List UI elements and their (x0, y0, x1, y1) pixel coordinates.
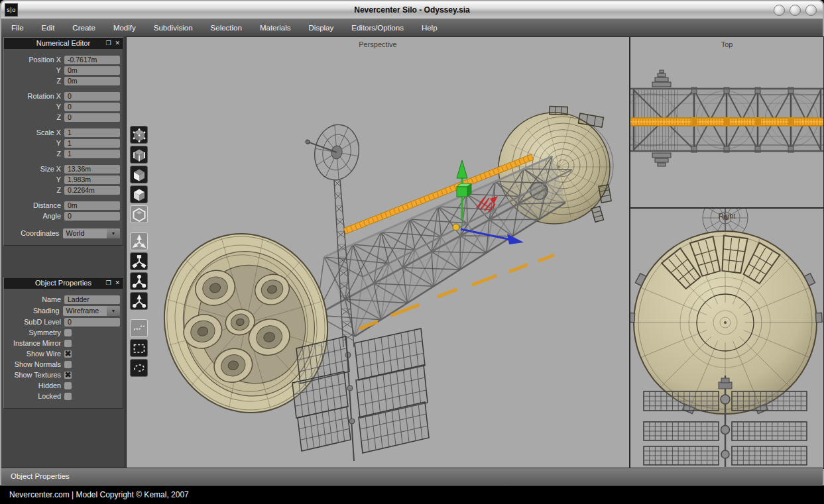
menu-item-file[interactable]: File (11, 24, 24, 32)
lasso-select-icon (132, 361, 147, 376)
field-label-z: Z (5, 113, 64, 121)
field-input-z[interactable]: 0.2264m (64, 186, 120, 195)
field-label-y: Y (5, 139, 64, 147)
app-window: s|o Nevercenter Silo - Odyssey.sia FileE… (0, 0, 824, 485)
subd-level-field[interactable]: 0 (64, 318, 120, 327)
checkbox-symmetry[interactable] (64, 329, 72, 336)
menu-item-materials[interactable]: Materials (260, 24, 291, 32)
marquee-select-icon (132, 341, 147, 356)
marquee-select-button[interactable] (130, 339, 148, 357)
field-input-angle[interactable]: 0 (64, 212, 120, 221)
field-input-y[interactable]: 1.983m (64, 176, 120, 184)
scale-tool-icon (132, 274, 147, 289)
vertex-mode-icon (132, 128, 147, 142)
object-properties-close-button[interactable]: ✕ (115, 277, 120, 289)
checkbox-show-normals[interactable] (64, 361, 72, 368)
universal-tool-button[interactable] (130, 292, 148, 310)
menu-item-subdivision[interactable]: Subdivision (154, 24, 193, 32)
viewport-right[interactable]: Right (630, 208, 824, 469)
checkbox-label-show-wire: Show Wire (5, 350, 64, 358)
menu-item-selection[interactable]: Selection (211, 24, 242, 32)
coordinates-value: World (66, 229, 85, 237)
face-mode-button[interactable] (130, 166, 148, 183)
menu-bar: FileEditCreateModifySubdivisionSelection… (1, 19, 823, 37)
main-content: Numerical Editor ❒ ✕ Position X-0.7617mY… (1, 36, 823, 468)
checkbox-label-locked: Locked (5, 392, 64, 400)
field-label-scale-x: Scale X (5, 128, 64, 136)
field-label-y: Y (5, 66, 64, 74)
field-label-z: Z (5, 77, 64, 85)
edge-mode-button[interactable] (130, 146, 148, 164)
vertex-mode-button[interactable] (130, 126, 148, 144)
menu-item-editors-options[interactable]: Editors/Options (351, 24, 404, 32)
field-input-scale-x[interactable]: 1 (64, 128, 120, 137)
multi-mode-icon (132, 187, 147, 202)
subd-level-label: SubD Level (5, 318, 64, 326)
coordinates-dropdown[interactable]: World ▼ (63, 228, 121, 238)
window-button-maximize[interactable] (790, 5, 801, 16)
menu-item-modify[interactable]: Modify (113, 24, 136, 32)
window-button-close[interactable] (805, 5, 817, 16)
object-mode-button[interactable] (130, 205, 148, 223)
multi-mode-button[interactable] (130, 185, 148, 203)
checkbox-label-show-textures: Show Textures (5, 371, 64, 379)
name-label: Name (5, 295, 64, 303)
field-input-y[interactable]: 1 (64, 139, 120, 148)
menu-item-help[interactable]: Help (422, 24, 438, 32)
field-input-z[interactable]: 0m (64, 77, 120, 85)
numerical-editor-minimize-button[interactable]: ❒ (105, 38, 111, 49)
object-properties-minimize-button[interactable]: ❒ (105, 277, 111, 289)
window-title: Nevercenter Silo - Odyssey.sia (1, 5, 823, 15)
menu-item-create[interactable]: Create (72, 24, 95, 32)
field-input-position-x[interactable]: -0.7617m (64, 56, 120, 64)
checkbox-show-textures[interactable]: ✖ (64, 372, 72, 379)
bottom-info-text: Nevercenter.com | Model Copyright © Kema… (9, 490, 189, 499)
viewport-top[interactable]: Top (630, 36, 824, 208)
bottom-info-bar: Nevercenter.com | Model Copyright © Kema… (0, 485, 824, 504)
checkbox-hidden[interactable] (64, 382, 72, 389)
menu-item-edit[interactable]: Edit (42, 24, 55, 32)
move-tool-button[interactable] (130, 232, 148, 250)
numerical-editor-titlebar: Numerical Editor ❒ ✕ (4, 38, 123, 49)
checkbox-label-show-normals: Show Normals (5, 360, 64, 368)
checkbox-instance-mirror[interactable] (64, 340, 72, 347)
universal-tool-icon (132, 294, 147, 309)
checkbox-label-symmetry: Symmetry (5, 328, 64, 336)
move-tool-icon (132, 234, 147, 249)
checkbox-locked[interactable] (64, 393, 72, 400)
checkbox-label-hidden: Hidden (5, 381, 64, 389)
field-label-position-x: Position X (5, 56, 64, 64)
field-label-y: Y (5, 176, 64, 183)
viewport-tools (130, 126, 148, 386)
checkbox-rows: SymmetryInstance MirrorShow Wire✖Show No… (5, 327, 120, 401)
window-button-minimize[interactable] (774, 5, 785, 16)
checkbox-show-wire[interactable]: ✖ (64, 350, 72, 358)
field-input-distance[interactable]: 0m (64, 201, 120, 210)
field-input-z[interactable]: 1 (64, 150, 120, 158)
name-field[interactable]: Ladder (64, 295, 120, 304)
field-input-size-x[interactable]: 13.36m (64, 165, 120, 174)
field-input-rotation-x[interactable]: 0 (64, 92, 120, 101)
shading-dropdown[interactable]: Wireframe ▼ (63, 306, 121, 316)
field-label-angle: Angle (5, 212, 64, 220)
rotate-tool-button[interactable] (130, 252, 148, 270)
field-label-size-x: Size X (5, 165, 64, 173)
menu-item-display[interactable]: Display (309, 24, 334, 32)
rotate-tool-icon (132, 254, 147, 269)
lasso-select-button[interactable] (130, 359, 148, 377)
field-label-y: Y (5, 103, 64, 111)
numerical-editor-close-button[interactable]: ✕ (115, 38, 120, 49)
field-input-y[interactable]: 0 (64, 103, 120, 111)
field-input-z[interactable]: 0 (64, 113, 120, 122)
3d-scene-top (630, 37, 823, 206)
status-bar: Object Properties (1, 468, 823, 485)
tweak-tool-button[interactable] (130, 319, 148, 337)
numerical-fields: Position X-0.7617mY0mZ0mRotation X0Y0Z0S… (5, 54, 120, 221)
field-label-z: Z (5, 186, 64, 194)
3d-scene-perspective (127, 37, 629, 468)
field-input-y[interactable]: 0m (64, 66, 120, 75)
scale-tool-button[interactable] (130, 272, 148, 290)
numerical-editor-title: Numerical Editor (36, 39, 90, 47)
viewport-perspective[interactable]: Perspective (126, 36, 630, 469)
title-bar: s|o Nevercenter Silo - Odyssey.sia (1, 1, 823, 19)
